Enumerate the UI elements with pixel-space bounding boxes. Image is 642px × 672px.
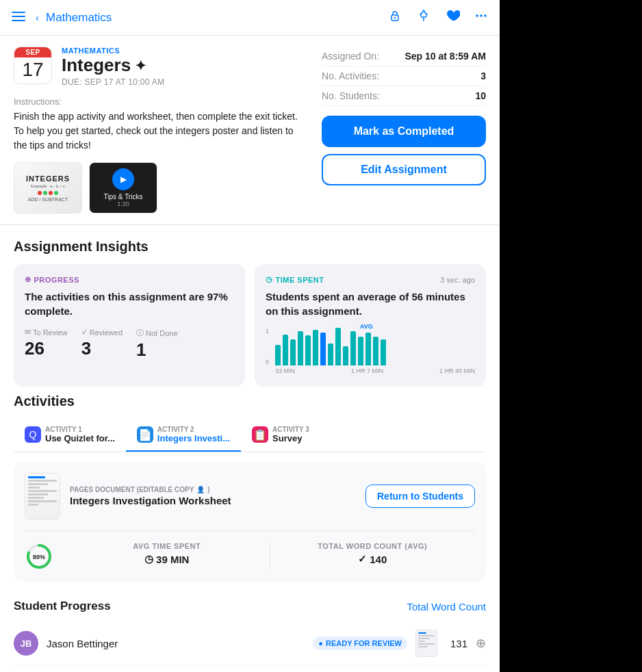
survey-icon: 📋 <box>252 426 268 443</box>
student-name: Jason Bettinger <box>47 638 305 649</box>
student-row: CB Chella Boehm ✓ VIEWED 111 ⊕ <box>14 666 486 672</box>
activity-content: PAGES DOCUMENT (EDITABLE COPY 👤 ) Intege… <box>14 462 486 582</box>
info-icon: ⓘ <box>136 328 144 338</box>
activity-1-name: Use Quizlet for... <box>45 433 115 443</box>
students-label: No. Students: <box>322 90 380 101</box>
video-duration: 1:20 <box>117 201 129 207</box>
bar-avg <box>320 333 326 365</box>
svg-point-7 <box>480 14 483 17</box>
chart-axis: 33 MIN 1 HR 7 MIN 1 HR 40 MIN <box>275 367 475 374</box>
word-count-label: TOTAL WORD COUNT (AVG) <box>318 542 427 550</box>
instructions-label: Instructions: <box>14 96 308 107</box>
play-button-icon[interactable]: ▶ <box>112 168 134 190</box>
to-review-stat: ✉ To Review 26 <box>25 328 68 361</box>
activity-2-name: Integers Investi... <box>157 433 230 443</box>
avg-label: AVG <box>360 323 373 330</box>
svg-point-8 <box>484 14 487 17</box>
progress-ring-wrap: 80% <box>25 542 64 571</box>
integers-poster-attachment[interactable]: INTEGERS Example · a - b ÷ c ADD / SUBTR… <box>14 162 82 214</box>
status-badge: ● READY FOR REVIEW <box>313 636 407 650</box>
back-arrow-icon[interactable]: ‹ <box>36 12 39 23</box>
avg-bar-wrapper: AVG <box>365 333 371 365</box>
svg-rect-1 <box>12 16 25 17</box>
time-label: ◷ TIME SPENT <box>266 275 324 284</box>
doc-icon: 📄 <box>137 426 153 443</box>
time-text: Students spent an average of 56 minutes … <box>266 289 475 318</box>
activities-section: Activities Q ACTIVITY 1 Use Quizlet for.… <box>0 393 500 589</box>
person-icon: 👤 <box>196 486 205 493</box>
bar-12 <box>358 337 363 365</box>
calendar-badge: SEP 17 <box>14 47 52 84</box>
activity-3-name: Survey <box>272 433 309 443</box>
bar-13 <box>365 333 371 365</box>
time-bar-chart: 1 0 <box>266 328 475 376</box>
avg-time-value: ◷ 39 MIN <box>144 553 189 565</box>
top-navigation: ‹ Mathematics <box>0 0 500 36</box>
student-progress-title: Student Progress <box>14 599 111 613</box>
assigned-on-label: Assigned On: <box>322 51 379 62</box>
chart-y-labels: 1 0 <box>266 328 269 365</box>
insights-title: Assignment Insights <box>14 239 486 255</box>
reviewed-value: 3 <box>81 338 123 359</box>
calendar-day: 17 <box>22 57 43 83</box>
bar-4 <box>298 331 303 365</box>
svg-point-4 <box>394 17 396 18</box>
assigned-on-row: Assigned On: Sep 10 at 8:59 AM <box>322 47 486 66</box>
insights-grid: ⊕ PROGRESS The activities on this assign… <box>14 264 486 387</box>
mark-complete-button[interactable]: Mark as Completed <box>322 116 486 147</box>
calendar-month: SEP <box>14 47 51 57</box>
heart-icon[interactable] <box>445 8 460 27</box>
attachments: INTEGERS Example · a - b ÷ c ADD / SUBTR… <box>14 162 308 214</box>
activity-tab-2[interactable]: 📄 ACTIVITY 2 Integers Investi... <box>126 419 241 452</box>
bar-2 <box>283 335 288 365</box>
mail-icon: ✉ <box>25 328 31 337</box>
progress-card: ⊕ PROGRESS The activities on this assign… <box>14 264 245 387</box>
not-done-value: 1 <box>136 339 177 361</box>
more-icon[interactable] <box>474 8 489 27</box>
due-date: DUE: SEP 17 AT 10:00 AM <box>62 77 308 87</box>
nav-back-title[interactable]: Mathematics <box>46 11 112 25</box>
activity-tab-1[interactable]: Q ACTIVITY 1 Use Quizlet for... <box>14 419 126 452</box>
bar-15 <box>381 339 386 365</box>
not-done-stat: ⓘ Not Done 1 <box>136 328 177 361</box>
video-label: Tips & Tricks <box>104 193 143 201</box>
sparkle-icon: ✦ <box>135 57 146 74</box>
students-value: 10 <box>475 90 486 101</box>
clock-small-icon: ◷ <box>144 553 153 565</box>
timestamp: 3 sec. ago <box>440 276 475 284</box>
pin-icon[interactable] <box>416 8 431 27</box>
student-more-icon[interactable]: ⊕ <box>476 636 486 651</box>
x-label-2: 1 HR 7 MIN <box>351 367 383 374</box>
lock-icon[interactable] <box>387 8 402 27</box>
avg-time-stat: AVG TIME SPENT ◷ 39 MIN <box>64 542 270 571</box>
student-progress-section: Student Progress Total Word Count JB Jas… <box>0 589 500 672</box>
avg-time-label: AVG TIME SPENT <box>133 542 201 550</box>
word-count-value: ✓ 140 <box>358 553 387 565</box>
bar-11 <box>350 331 356 365</box>
bar-3 <box>290 339 296 365</box>
sidebar-toggle-icon[interactable] <box>11 9 26 27</box>
activity-2-number: ACTIVITY 2 <box>157 426 230 433</box>
total-word-count-link[interactable]: Total Word Count <box>407 601 486 612</box>
activity-tab-3[interactable]: 📋 ACTIVITY 3 Survey <box>241 419 320 452</box>
svg-point-6 <box>476 14 478 17</box>
doc-thumbnail <box>25 473 60 519</box>
doc-name: Integers Investigation Worksheet <box>70 495 356 506</box>
return-to-students-button[interactable]: Return to Students <box>365 484 475 508</box>
check-small-icon: ✓ <box>358 553 367 565</box>
assignment-header: SEP 17 MATHEMATICS Integers ✦ DUE: SEP 1… <box>0 36 500 225</box>
doc-info: PAGES DOCUMENT (EDITABLE COPY 👤 ) Intege… <box>70 486 356 506</box>
edit-assignment-button[interactable]: Edit Assignment <box>322 154 486 185</box>
reviewed-stat: ✓ Reviewed 3 <box>81 328 123 361</box>
activity-stats-row: 80% AVG TIME SPENT ◷ 39 MIN TOTAL WORD C… <box>25 531 475 571</box>
student-progress-header: Student Progress Total Word Count <box>14 599 486 613</box>
svg-text:80%: 80% <box>33 554 45 560</box>
student-doc-thumb[interactable] <box>415 630 437 657</box>
video-attachment[interactable]: ▶ Tips & Tricks 1:20 <box>89 162 157 214</box>
to-review-value: 26 <box>25 338 68 359</box>
activity-tabs: Q ACTIVITY 1 Use Quizlet for... 📄 ACTIVI… <box>14 419 486 452</box>
x-label-1: 33 MIN <box>275 367 295 374</box>
svg-rect-2 <box>12 20 25 21</box>
instructions-text: Finish the app activity and worksheet, t… <box>14 109 308 153</box>
progress-ring-svg: 80% <box>25 542 53 571</box>
